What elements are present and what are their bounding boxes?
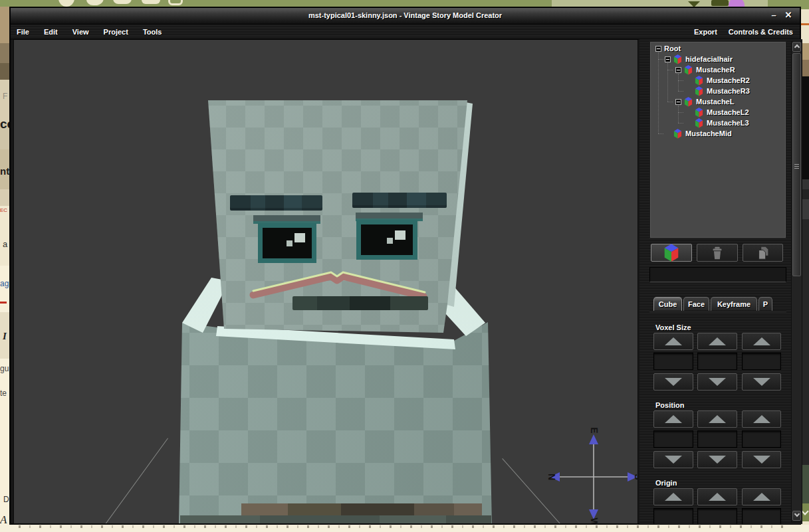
twitter-icon[interactable]	[86, 0, 104, 5]
menu-export[interactable]: Export	[694, 28, 717, 36]
menu-project[interactable]: Project	[104, 28, 128, 36]
cube-icon	[673, 54, 682, 64]
tab-cube[interactable]: Cube	[653, 297, 682, 311]
value-field[interactable]	[653, 508, 693, 524]
model-belt	[241, 503, 482, 517]
download-icon[interactable]	[688, 1, 700, 7]
step-up-button[interactable]	[653, 410, 693, 428]
step-up-button[interactable]	[697, 333, 737, 350]
page-text-fragment: te	[0, 389, 7, 398]
cube-icon	[695, 86, 703, 96]
value-field[interactable]	[742, 508, 781, 524]
step-up-button[interactable]	[653, 488, 693, 505]
step-up-button[interactable]	[697, 410, 737, 428]
tree-item-root[interactable]: Root	[650, 43, 786, 54]
tree-item[interactable]: MustacheMid	[650, 128, 786, 139]
step-up-button[interactable]	[742, 488, 781, 505]
menu-tools[interactable]: Tools	[143, 28, 162, 36]
arrow-up-icon	[753, 493, 770, 501]
webpage-bottom-edge	[0, 525, 809, 532]
step-down-button[interactable]	[653, 451, 693, 468]
step-up-button[interactable]	[697, 488, 737, 505]
arrow-up-icon	[665, 337, 682, 345]
tree-item[interactable]: MustacheL3	[650, 118, 786, 128]
model-eyebrow-left	[230, 195, 322, 211]
scroll-up-icon	[794, 44, 800, 50]
close-button[interactable]: ✕	[782, 10, 794, 20]
compass-label-west: W	[589, 517, 600, 524]
element-name-input[interactable]	[649, 267, 786, 282]
step-down-button[interactable]	[653, 373, 693, 391]
step-up-button[interactable]	[742, 333, 781, 350]
value-field[interactable]	[653, 353, 693, 370]
value-field[interactable]	[742, 353, 781, 370]
app-window: mst-typical01-skinny.json - Vintage Stor…	[9, 7, 801, 525]
scroll-down-button[interactable]	[792, 511, 801, 521]
model-eye-right	[356, 220, 417, 260]
page-link-fragment[interactable]: ag	[0, 279, 9, 288]
eye-highlight	[395, 230, 405, 240]
arrow-up-icon	[753, 415, 770, 423]
titlebar[interactable]: mst-typical01-skinny.json - Vintage Stor…	[11, 8, 800, 25]
instagram-icon[interactable]	[168, 0, 183, 5]
value-field[interactable]	[697, 430, 737, 448]
arrow-up-icon	[709, 337, 726, 345]
tree-item[interactable]: MustacheR3	[650, 86, 786, 96]
value-field[interactable]	[697, 353, 737, 370]
step-up-button[interactable]	[742, 410, 781, 428]
thumb-grip-icon	[794, 164, 799, 169]
tab-keyframe[interactable]: Keyframe	[711, 297, 757, 311]
model-viewport[interactable]: E S W N	[13, 39, 638, 524]
model-belt-shadow	[180, 515, 491, 524]
add-cube-button[interactable]	[651, 244, 692, 262]
discord-icon[interactable]	[113, 0, 132, 4]
minus-expander-icon[interactable]	[675, 99, 681, 105]
page-text-fragment: I	[3, 331, 7, 342]
arrow-down-icon	[753, 456, 770, 464]
value-field[interactable]	[697, 508, 737, 524]
page-rule-fragment	[0, 302, 7, 304]
minus-expander-icon[interactable]	[665, 56, 671, 62]
tree-item[interactable]: MustacheR2	[650, 75, 786, 86]
eye-highlight	[387, 238, 393, 244]
window-title: mst-typical01-skinny.json - Vintage Stor…	[11, 11, 800, 19]
tab-face[interactable]: Face	[683, 297, 709, 311]
avatar[interactable]	[729, 0, 745, 7]
tree-item[interactable]: MustacheR	[650, 64, 786, 75]
scrollbar-thumb[interactable]	[792, 53, 801, 276]
page-text-fragment: D	[3, 495, 9, 504]
menu-edit[interactable]: Edit	[44, 28, 58, 36]
value-field[interactable]	[742, 430, 781, 448]
tree-item[interactable]: MustacheL2	[650, 107, 786, 118]
section-origin: Origin	[649, 479, 793, 524]
page-text-fragment: a	[3, 239, 7, 249]
step-down-button[interactable]	[697, 451, 737, 468]
menu-view[interactable]: View	[72, 28, 89, 36]
minimize-button[interactable]: –	[768, 10, 780, 20]
duplicate-button[interactable]	[743, 244, 783, 262]
step-down-button[interactable]	[742, 451, 781, 468]
model-mouth	[292, 296, 428, 310]
toolbar-button[interactable]	[711, 0, 729, 6]
tab-p[interactable]: P	[758, 297, 772, 311]
arrow-up-icon	[709, 415, 726, 423]
smiley-icon[interactable]	[58, 0, 74, 7]
step-down-button[interactable]	[697, 373, 737, 391]
youtube-icon[interactable]	[142, 0, 160, 4]
section-label: Origin	[655, 479, 677, 487]
minus-expander-icon[interactable]	[675, 67, 681, 73]
panel-scrollbar[interactable]	[791, 41, 802, 522]
scroll-up-button[interactable]	[792, 42, 801, 52]
menu-file[interactable]: File	[17, 28, 29, 36]
arrow-up-icon	[665, 493, 682, 501]
trash-icon	[710, 246, 725, 260]
menu-controls-credits[interactable]: Controls & Credits	[729, 28, 793, 36]
step-down-button[interactable]	[742, 373, 781, 391]
tree-item[interactable]: MustacheL	[650, 96, 786, 107]
element-tree[interactable]: Root hidefacialhair MustacheR MustacheR2…	[649, 41, 786, 238]
minus-expander-icon[interactable]	[655, 46, 661, 52]
tree-item[interactable]: hidefacialhair	[650, 54, 786, 64]
step-up-button[interactable]	[653, 333, 693, 350]
delete-button[interactable]	[697, 244, 738, 262]
value-field[interactable]	[653, 430, 693, 448]
